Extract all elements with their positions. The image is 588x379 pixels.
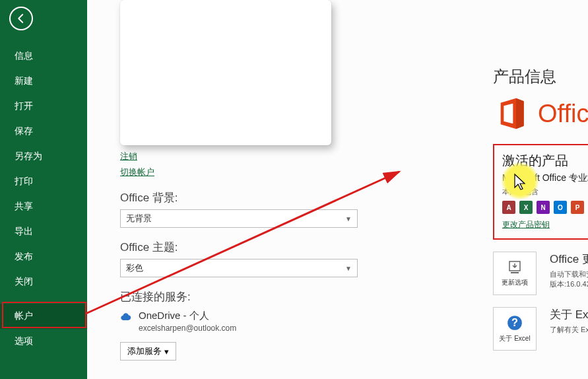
add-service-button[interactable]: 添加服务 ▾ xyxy=(120,342,176,361)
update-title: Office 更新 xyxy=(550,252,588,267)
app-icon: P xyxy=(571,201,584,214)
office-background-dropdown[interactable]: 无背景 ▼ xyxy=(120,209,358,228)
about-title: 关于 Excel xyxy=(550,307,588,322)
nav-close[interactable]: 关闭 xyxy=(0,269,87,294)
product-includes-label: 本产品包含 xyxy=(502,187,588,197)
chevron-down-icon: ▾ xyxy=(164,347,169,357)
nav-save[interactable]: 保存 xyxy=(0,119,87,144)
change-product-key-link[interactable]: 更改产品密钥 xyxy=(502,220,550,229)
update-version: 版本:16.0.4266.1003 xyxy=(550,279,588,289)
svg-text:?: ? xyxy=(511,316,518,328)
nav-print[interactable]: 打印 xyxy=(0,169,87,194)
chevron-down-icon: ▼ xyxy=(345,265,352,272)
nav-share[interactable]: 共享 xyxy=(0,194,87,219)
account-preview-card xyxy=(120,0,331,145)
cloud-icon xyxy=(120,312,133,322)
service-email: excelsharpen@outlook.com xyxy=(139,324,236,333)
app-icon: X xyxy=(519,201,533,214)
activation-box: 激活的产品 Microsoft Office 专业增强版 2016 本产品包含 … xyxy=(493,144,588,240)
chevron-down-icon: ▼ xyxy=(345,215,352,223)
app-icon: A xyxy=(502,201,515,214)
back-button[interactable] xyxy=(9,7,33,30)
nav-options[interactable]: 选项 xyxy=(0,329,87,354)
back-arrow-icon xyxy=(15,13,27,24)
question-icon: ? xyxy=(506,314,523,331)
office-logo: Office xyxy=(493,95,588,132)
office-icon xyxy=(493,95,530,132)
product-version: Microsoft Office 专业增强版 2016 xyxy=(502,172,588,184)
office-theme-dropdown[interactable]: 彩色 ▼ xyxy=(120,259,358,277)
app-icon: O xyxy=(554,201,567,214)
app-icon: N xyxy=(537,201,550,214)
update-desc: 自动下载和安装更新。 xyxy=(550,269,588,279)
about-excel-tile[interactable]: ? 关于 Excel xyxy=(493,307,537,351)
main-content: 注销 切换帐户 Office 背景: 无背景 ▼ Office 主题: 彩色 ▼… xyxy=(87,0,588,379)
product-info-column: 产品信息 Office 激活的产品 Microsoft Office 专业增强版… xyxy=(493,66,588,351)
sidebar: 信息 新建 打开 保存 另存为 打印 共享 导出 发布 关闭 帐户 选项 xyxy=(0,0,87,379)
svg-rect-1 xyxy=(511,272,519,273)
office-brand-text: Office xyxy=(538,100,588,128)
nav-new[interactable]: 新建 xyxy=(0,69,87,94)
nav-account[interactable]: 帐户 xyxy=(0,304,87,329)
nav-open[interactable]: 打开 xyxy=(0,94,87,119)
activated-product-title: 激活的产品 xyxy=(502,152,588,170)
nav-publish[interactable]: 发布 xyxy=(0,244,87,269)
app-icons-row: AXNOPPWS xyxy=(502,201,588,214)
nav-saveas[interactable]: 另存为 xyxy=(0,144,87,169)
update-options-tile[interactable]: 更新选项 xyxy=(493,252,537,295)
about-desc: 了解有关 Excel、支持、产品 ID xyxy=(550,325,588,335)
service-name: OneDrive - 个人 xyxy=(139,310,236,322)
nav-info[interactable]: 信息 xyxy=(0,44,87,69)
nav-export[interactable]: 导出 xyxy=(0,219,87,244)
product-info-title: 产品信息 xyxy=(493,66,588,87)
update-icon xyxy=(507,259,523,275)
